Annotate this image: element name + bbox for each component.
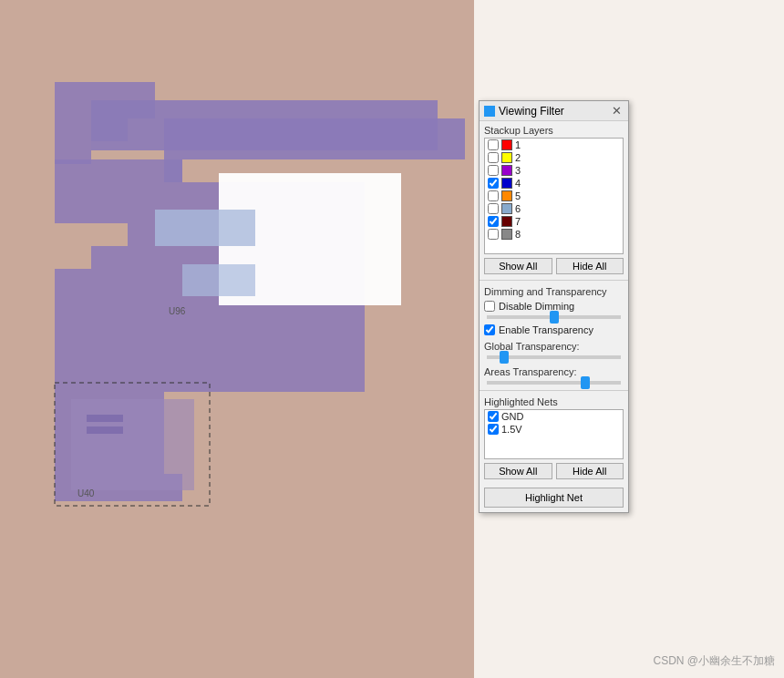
svg-rect-11 [87, 415, 123, 422]
layer-item: 7 [485, 215, 623, 228]
pcb-canvas: U96 U40 [0, 0, 474, 678]
separator-2 [480, 390, 628, 391]
enable-transparency-checkbox[interactable] [484, 324, 495, 335]
layer-4-checkbox[interactable] [488, 178, 499, 189]
svg-text:U96: U96 [169, 306, 186, 316]
net-2-checkbox[interactable] [488, 424, 499, 435]
layer-6-label: 6 [515, 203, 521, 214]
net-item: GND [485, 410, 623, 423]
nets-hide-all-button[interactable]: Hide All [556, 463, 624, 479]
svg-rect-12 [87, 426, 123, 434]
layer-3-checkbox[interactable] [488, 165, 499, 176]
net-1-label: GND [501, 411, 523, 422]
global-transparency-slider-container [480, 354, 628, 363]
nets-list: GND1.5V [484, 409, 624, 459]
layer-1-color [501, 139, 512, 150]
layer-item: 8 [485, 228, 623, 241]
enable-transparency-label: Enable Transparency [499, 324, 593, 335]
areas-transparency-slider[interactable] [487, 381, 621, 385]
layer-8-label: 8 [515, 229, 521, 240]
svg-rect-8 [182, 264, 255, 296]
layer-2-color [501, 152, 512, 163]
layer-2-checkbox[interactable] [488, 152, 499, 163]
layer-8-checkbox[interactable] [488, 229, 499, 240]
layer-6-color [501, 203, 512, 214]
highlighted-nets-label: Highlighted Nets [480, 393, 628, 409]
layer-4-label: 4 [515, 178, 521, 189]
nets-buttons-row: Show All Hide All [480, 459, 628, 483]
enable-transparency-row: Enable Transparency [480, 323, 628, 337]
dialog-title: Viewing Filter [499, 105, 610, 118]
dialog-titlebar[interactable]: Viewing Filter ✕ [480, 101, 628, 121]
highlight-net-button[interactable]: Highlight Net [484, 488, 624, 508]
layer-item: 2 [485, 151, 623, 164]
dimming-slider-container [480, 313, 628, 323]
layer-3-color [501, 165, 512, 176]
layer-item: 6 [485, 202, 623, 215]
layer-3-label: 3 [515, 165, 521, 176]
pcb-drawing: U96 U40 [0, 0, 474, 678]
layers-buttons-row: Show All Hide All [480, 254, 628, 278]
net-item: 1.5V [485, 423, 623, 436]
dimming-transparency-label: Dimming and Transparency [480, 282, 628, 299]
stackup-layers-label: Stackup Layers [480, 121, 628, 138]
net-1-checkbox[interactable] [488, 411, 499, 422]
layer-1-label: 1 [515, 139, 521, 150]
close-button[interactable]: ✕ [610, 104, 624, 118]
layer-item: 4 [485, 177, 623, 190]
svg-rect-10 [71, 399, 194, 490]
layer-7-checkbox[interactable] [488, 216, 499, 227]
layer-1-checkbox[interactable] [488, 139, 499, 150]
global-transparency-slider[interactable] [487, 355, 621, 359]
dimming-slider[interactable] [487, 315, 621, 319]
layers-list: 12345678 [484, 138, 624, 254]
net-2-label: 1.5V [501, 424, 522, 435]
layer-5-checkbox[interactable] [488, 190, 499, 201]
csdn-watermark: CSDN @小幽余生不加糖 [653, 653, 775, 669]
svg-text:U40: U40 [77, 488, 95, 498]
layers-show-all-button[interactable]: Show All [484, 258, 552, 274]
layer-6-checkbox[interactable] [488, 203, 499, 214]
areas-transparency-slider-container [480, 379, 628, 388]
viewing-filter-dialog: Viewing Filter ✕ Stackup Layers 12345678… [479, 100, 629, 513]
layer-8-color [501, 229, 512, 240]
layers-hide-all-button[interactable]: Hide All [556, 258, 624, 274]
svg-rect-7 [155, 210, 255, 246]
dialog-icon [484, 106, 495, 117]
layer-item: 5 [485, 190, 623, 202]
layer-item: 1 [485, 139, 623, 151]
layer-2-label: 2 [515, 152, 521, 163]
layer-5-color [501, 190, 512, 201]
layer-7-color [501, 216, 512, 227]
layer-4-color [501, 178, 512, 189]
separator-1 [480, 280, 628, 281]
layer-5-label: 5 [515, 190, 521, 201]
layer-7-label: 7 [515, 216, 521, 227]
svg-marker-3 [164, 118, 465, 182]
nets-show-all-button[interactable]: Show All [484, 463, 552, 479]
layer-item: 3 [485, 164, 623, 177]
